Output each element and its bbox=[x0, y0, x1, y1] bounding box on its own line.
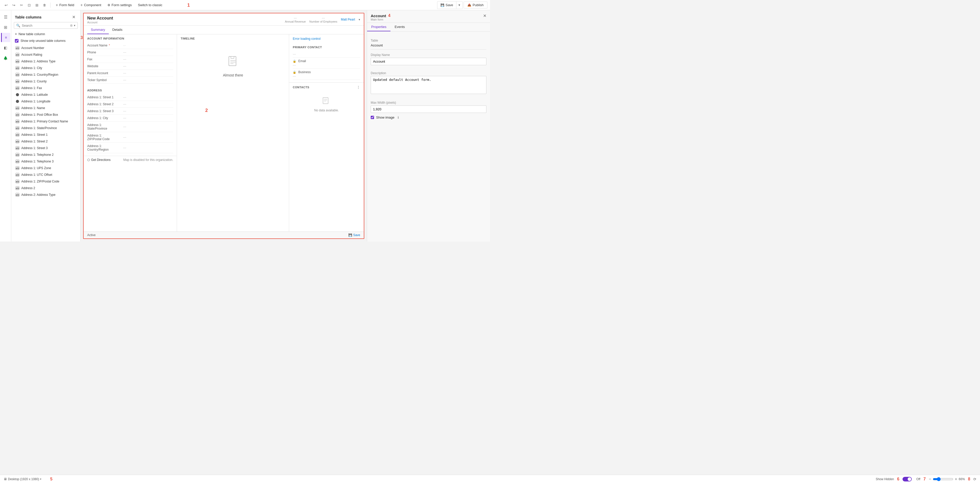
column-item[interactable]: abAddress 1: Post Office Box bbox=[11, 112, 80, 118]
svg-rect-1 bbox=[231, 56, 234, 59]
column-item[interactable]: abAddress 1: Primary Contact Name bbox=[11, 118, 80, 125]
column-item[interactable]: abAddress 2 bbox=[11, 185, 80, 191]
plus-icon-3: + bbox=[15, 32, 17, 36]
column-item[interactable]: abAddress 2: Address Type bbox=[11, 191, 80, 198]
component-button[interactable]: + Component bbox=[77, 2, 104, 9]
column-item[interactable]: abAddress 1: ZIP/Postal Code bbox=[11, 178, 80, 185]
column-item[interactable]: abAddress 1: City bbox=[11, 65, 80, 71]
error-loading-control[interactable]: Error loading control bbox=[289, 34, 364, 43]
publish-icon: 📤 bbox=[468, 3, 471, 7]
form-header: New Account Account ··· Annual Revenue ·… bbox=[84, 13, 364, 26]
description-label: Description bbox=[371, 71, 487, 75]
fields-button[interactable]: ≡ bbox=[1, 33, 10, 42]
filter-chevron[interactable]: ▾ bbox=[74, 24, 75, 27]
form-status: Active bbox=[87, 233, 96, 237]
switch-classic-button[interactable]: Switch to classic bbox=[135, 2, 165, 8]
layers-button[interactable]: ◧ bbox=[1, 43, 10, 53]
settings-icon: ⚙ bbox=[108, 3, 110, 7]
tab-events[interactable]: Events bbox=[390, 23, 409, 31]
col-icon-text: ab bbox=[16, 166, 19, 170]
red-label-4: 4 bbox=[388, 13, 390, 18]
delete-button[interactable]: 🗑 bbox=[41, 2, 48, 9]
col-icon-circle bbox=[16, 100, 19, 103]
column-item[interactable]: abAddress 1: Name bbox=[11, 105, 80, 112]
plus-icon: + bbox=[56, 3, 58, 8]
column-item[interactable]: abAddress 1: Country/Region bbox=[11, 71, 80, 78]
col-icon-text: ab bbox=[16, 73, 19, 77]
contacts-placeholder: No data available. bbox=[293, 91, 360, 117]
contacts-header: CONTACTS ⋮ bbox=[293, 85, 360, 89]
contacts-more-button[interactable]: ⋮ bbox=[356, 85, 360, 89]
directions-icon: ⬡ bbox=[87, 158, 90, 162]
column-item[interactable]: abAddress 1: UPS Zone bbox=[11, 165, 80, 171]
search-input[interactable] bbox=[22, 24, 69, 27]
column-item[interactable]: abAddress 1: Address Type bbox=[11, 58, 80, 65]
save-button[interactable]: 💾 Save bbox=[438, 2, 457, 8]
new-table-column-button[interactable]: + New table column bbox=[11, 30, 80, 37]
clone-button[interactable]: ⊞ bbox=[33, 2, 41, 9]
form-header-right: ··· Annual Revenue ··· Number of Employe… bbox=[285, 16, 360, 23]
field-city: Address 1: City --- bbox=[87, 115, 173, 122]
main-layout: ☰ ⊞ ≡ ◧ 🌲 Table columns ✕ 🔍 ⧈ ▾ + New ta… bbox=[0, 10, 490, 241]
account-info-section: ACCOUNT INFORMATION Account Name * ··· P… bbox=[84, 34, 177, 86]
filter-icon[interactable]: ⧈ bbox=[70, 23, 72, 27]
col-label: Address 1: Telephone 2 bbox=[21, 153, 54, 156]
column-item[interactable]: abAddress 1: Street 3 bbox=[11, 145, 80, 151]
save-arrow-button[interactable]: ▾ bbox=[456, 2, 462, 9]
column-item[interactable]: abAddress 1: Fax bbox=[11, 85, 80, 91]
toolbar-left: ↩ ↪ ✂ ⊡ ⊞ 🗑 + Form field + Component ⚙ F… bbox=[3, 2, 165, 9]
show-image-checkbox[interactable] bbox=[371, 116, 374, 119]
column-item[interactable]: abAddress 1: County bbox=[11, 78, 80, 85]
form-field-button[interactable]: + Form field bbox=[52, 2, 77, 9]
undo-button[interactable]: ↩ bbox=[3, 2, 10, 9]
sidebar-close-button[interactable]: ✕ bbox=[70, 14, 77, 20]
col-icon-text: ab bbox=[16, 133, 19, 137]
owner-field[interactable]: Matt Peart bbox=[341, 18, 355, 21]
column-item[interactable]: Address 1: Longitude bbox=[11, 98, 80, 105]
col-label: Address 1: County bbox=[21, 80, 47, 83]
column-item[interactable]: abAccount Number bbox=[11, 45, 80, 51]
cut-button[interactable]: ✂ bbox=[18, 2, 25, 9]
show-unused-checkbox[interactable] bbox=[15, 39, 19, 43]
col-icon-text: ab bbox=[16, 146, 19, 150]
copy-button[interactable]: ⊡ bbox=[25, 2, 33, 9]
description-textarea[interactable]: Updated default Account form. bbox=[371, 76, 487, 94]
tab-summary[interactable]: Summary bbox=[87, 26, 109, 34]
right-panel-body: Table Account Display Name Description U… bbox=[367, 32, 490, 241]
column-item[interactable]: abAddress 1: Telephone 3 bbox=[11, 158, 80, 165]
field-website: Website --- bbox=[87, 63, 173, 70]
col-icon-text: ab bbox=[16, 66, 19, 70]
menu-button[interactable]: ☰ bbox=[1, 12, 10, 22]
info-icon[interactable]: ℹ bbox=[398, 116, 399, 120]
column-item[interactable]: abAddress 1: Street 2 bbox=[11, 138, 80, 145]
col-label: Address 1: Longitude bbox=[21, 100, 50, 103]
display-name-input[interactable] bbox=[371, 58, 487, 65]
display-name-label: Display Name bbox=[371, 53, 487, 57]
max-width-input[interactable] bbox=[371, 105, 487, 113]
col-label: Address 1: Telephone 3 bbox=[21, 159, 54, 163]
save-icon-2: 💾 bbox=[348, 233, 352, 237]
contacts-section: CONTACTS ⋮ bbox=[289, 82, 364, 120]
tab-properties[interactable]: Properties bbox=[367, 23, 390, 31]
column-item[interactable]: abAddress 1: Telephone 2 bbox=[11, 151, 80, 158]
column-item[interactable]: abAccount Rating bbox=[11, 51, 80, 58]
column-item[interactable]: abAddress 1: UTC Offset bbox=[11, 171, 80, 178]
form-save-button[interactable]: 💾 Save bbox=[348, 233, 360, 237]
column-item[interactable]: abAddress 1: Street 1 bbox=[11, 131, 80, 138]
col-icon-text: ab bbox=[16, 106, 19, 110]
toolbar: ↩ ↪ ✂ ⊡ ⊞ 🗑 + Form field + Component ⚙ F… bbox=[0, 0, 490, 10]
grid-button[interactable]: ⊞ bbox=[1, 22, 10, 32]
column-item[interactable]: abAddress 1: State/Province bbox=[11, 125, 80, 131]
header-chevron[interactable]: ▾ bbox=[359, 18, 360, 21]
column-item[interactable]: Address 1: Latitude bbox=[11, 91, 80, 98]
redo-button[interactable]: ↪ bbox=[10, 2, 18, 9]
right-panel-close-button[interactable]: ✕ bbox=[483, 13, 487, 18]
annual-revenue-col: ··· Annual Revenue bbox=[285, 16, 305, 23]
tab-details[interactable]: Details bbox=[109, 26, 126, 34]
publish-button[interactable]: 📤 Publish bbox=[464, 2, 487, 8]
tree-button[interactable]: 🌲 bbox=[1, 53, 10, 63]
get-directions-button[interactable]: ⬡ Get Directions bbox=[87, 158, 111, 162]
form-settings-button[interactable]: ⚙ Form settings bbox=[104, 2, 135, 8]
field-ticker-symbol: Ticker Symbol --- bbox=[87, 77, 173, 84]
right-panel-title-area: Account 4 Main form bbox=[371, 13, 390, 21]
